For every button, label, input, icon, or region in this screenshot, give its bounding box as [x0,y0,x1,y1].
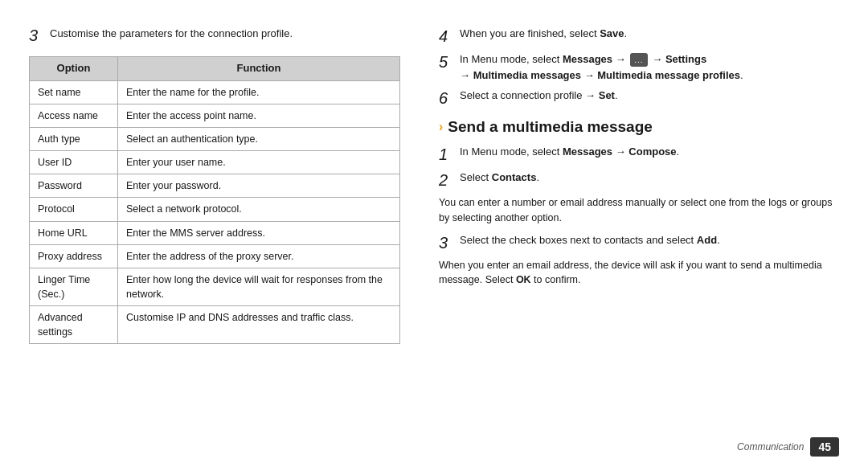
table-cell-function: Enter the MMS server address. [118,221,400,244]
step5-arrow1: → [612,53,628,65]
table-cell-option: Protocol [30,198,118,221]
step5-settings: Settings [665,53,706,65]
footer: Communication 45 [737,437,839,457]
mm-step2-contacts: Contacts [492,171,537,183]
footer-text: Communication [737,441,804,453]
table-cell-option: Advanced settings [30,306,118,344]
table-row: Home URLEnter the MMS server address. [30,221,400,244]
mm-step2-content: Select Contacts. [460,170,839,186]
step4-text-pre: When you are finished, select [460,27,600,39]
mm-step1-compose: Compose [628,145,676,158]
mm-step2-number: 2 [439,170,453,190]
step4-save: Save [600,27,624,39]
step5: 5 In Menu mode, select Messages → ... → … [439,51,839,83]
options-table: Option Function Set nameEnter the name f… [29,56,400,344]
step5-content: In Menu mode, select Messages → ... → Se… [460,51,839,83]
table-cell-function: Enter the address of the proxy server. [118,244,400,268]
table-row: ProtocolSelect a network protocol. [30,198,400,221]
step4-text-post: . [624,27,628,39]
step5-multimedia-messages: Multimedia messages [473,69,581,81]
table-row: Linger Time (Sec.)Enter how long the dev… [30,268,400,305]
mm-step3-text: Select the check boxes next to contacts … [460,234,697,246]
table-row: Advanced settingsCustomise IP and DNS ad… [30,306,400,344]
mm-step1-arrow: → [612,145,628,158]
step6: 6 Select a connection profile → Set. [439,88,839,109]
mm-step2-pre: Select [460,171,492,183]
mm-step3-subtext-post: to confirm. [531,274,581,285]
step4-number: 4 [439,26,453,47]
table-cell-function: Enter the name for the profile. [118,80,400,104]
mm-step1-messages: Messages [563,145,612,158]
mm-step3-post: . [717,234,720,246]
mm-step3-add: Add [697,234,717,246]
mm-step1-content: In Menu mode, select Messages → Compose. [460,144,839,160]
step5-arrow3: → [581,69,597,81]
step4: 4 When you are finished, select Save. [439,26,839,47]
table-cell-option: Home URL [30,221,118,244]
mm-step1-post: . [677,145,680,158]
table-cell-function: Enter how long the device will wait for … [118,268,400,305]
send-multimedia-header: › Send a multimedia message [439,118,839,136]
mm-step1-pre: In Menu mode, select [460,145,563,158]
step3-number: 3 [29,26,43,45]
table-cell-function: Enter your user name. [118,151,400,174]
step5-number: 5 [439,51,453,72]
mm-step3-subtext-pre: When you enter an email address, the dev… [439,260,822,286]
mm-step3-number: 3 [439,232,453,253]
mm-step1-number: 1 [439,144,453,165]
page-number: 45 [810,437,839,457]
table-cell-option: Password [30,174,118,198]
table-header-function: Function [118,57,400,81]
mm-step2-subtext: You can enter a number or email address … [439,195,839,226]
step5-arrow-mm: → [460,69,473,81]
step5-pill: ... [630,53,647,67]
table-row: User IDEnter your user name. [30,151,400,174]
step3-text: Customise the parameters for the connect… [50,26,293,42]
table-cell-function: Enter the access point name. [118,104,400,127]
step6-text-post: . [615,89,618,101]
table-cell-function: Enter your password. [118,174,400,198]
right-column: 4 When you are finished, select Save. 5 … [423,26,839,448]
mm-step3-ok: OK [516,274,531,285]
step6-number: 6 [439,88,453,109]
table-row: Access nameEnter the access point name. [30,104,400,127]
table-cell-option: Auth type [30,128,118,151]
mm-step2: 2 Select Contacts. [439,170,839,190]
step5-arrow2: → [649,53,665,65]
step5-mm-profiles: Multimedia message profiles [597,69,740,81]
mm-step3: 3 Select the check boxes next to contact… [439,232,839,253]
mm-step3-subtext: When you enter an email address, the dev… [439,258,839,289]
step3-intro: 3 Customise the parameters for the conne… [29,26,400,45]
step5-text3: . [740,69,743,81]
table-cell-option: Set name [30,80,118,104]
table-header-option: Option [30,57,118,81]
step5-text-pre: In Menu mode, select [460,53,563,65]
table-row: Proxy addressEnter the address of the pr… [30,244,400,268]
left-column: 3 Customise the parameters for the conne… [29,26,423,448]
step5-messages: Messages [563,53,612,65]
mm-step2-post: . [536,171,539,183]
table-cell-option: User ID [30,151,118,174]
step6-set: Set [599,89,615,101]
table-cell-function: Customise IP and DNS addresses and traff… [118,306,400,344]
chevron-icon: › [439,120,443,134]
table-cell-option: Access name [30,104,118,127]
table-cell-function: Select an authentication type. [118,128,400,151]
table-cell-option: Linger Time (Sec.) [30,268,118,305]
step6-content: Select a connection profile → Set. [460,88,839,104]
section-title: Send a multimedia message [448,118,653,136]
mm-step3-content: Select the check boxes next to contacts … [460,232,839,248]
table-row: Auth typeSelect an authentication type. [30,128,400,151]
table-cell-function: Select a network protocol. [118,198,400,221]
step4-content: When you are finished, select Save. [460,26,839,42]
table-row: Set nameEnter the name for the profile. [30,80,400,104]
table-cell-option: Proxy address [30,244,118,268]
mm-step1: 1 In Menu mode, select Messages → Compos… [439,144,839,165]
step6-text-pre: Select a connection profile → [460,89,599,101]
table-row: PasswordEnter your password. [30,174,400,198]
